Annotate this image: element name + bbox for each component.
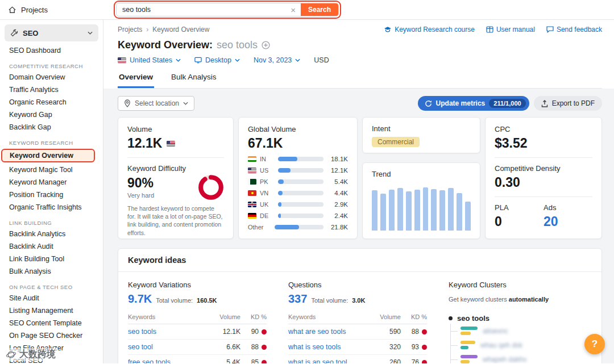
sidebar-item-organic-research[interactable]: Organic Research xyxy=(0,96,103,108)
trend-bar xyxy=(380,194,386,231)
trend-card: Trend xyxy=(362,162,480,239)
volume-card: Volume 12.1K Keyword Difficulty 90% Very… xyxy=(118,117,234,239)
select-location-dropdown[interactable]: Select location xyxy=(118,96,194,111)
watermark-text: 大数跨境 xyxy=(19,349,56,361)
cluster-item: whapeh dakhs xyxy=(451,352,592,363)
cluster-item: aitoexnc xyxy=(451,324,592,338)
cluster-bar xyxy=(460,355,478,358)
keyword-link[interactable]: seo tool xyxy=(128,343,211,351)
column-header-kd: KD % xyxy=(401,313,427,320)
keyword-volume: 5.4K xyxy=(211,358,240,363)
sidebar-item-keyword-gap[interactable]: Keyword Gap xyxy=(0,108,103,121)
chevron-down-icon xyxy=(88,31,93,35)
keyword-difficulty-label: Keyword Difficulty xyxy=(127,164,224,173)
sidebar-section-keyword-research: KEYWORD RESEARCH xyxy=(0,133,103,148)
sidebar-section-on-page-tech-seo: ON PAGE & TECH SEO xyxy=(0,278,103,292)
sidebar-item-organic-traffic-insights[interactable]: Organic Traffic Insights xyxy=(0,201,103,214)
clusters-subtitle-bold: automatically xyxy=(509,296,549,303)
link-keyword-research-course[interactable]: Keyword Research course xyxy=(384,26,475,34)
us-flag-icon xyxy=(248,168,256,173)
search-button[interactable]: Search xyxy=(301,3,338,16)
manual-book-icon xyxy=(486,26,493,33)
tab-overview[interactable]: Overview xyxy=(118,72,154,88)
sidebar-item-domain-overview[interactable]: Domain Overview xyxy=(0,71,103,83)
keyword-link[interactable]: free seo tools xyxy=(128,358,211,363)
sidebar-item-link-building-tool[interactable]: Link Building Tool xyxy=(0,253,103,265)
cluster-root[interactable]: seo tools xyxy=(449,314,592,323)
sidebar-item-backlink-gap[interactable]: Backlink Gap xyxy=(0,121,103,133)
intent-badge: Commercial xyxy=(372,137,420,147)
global-volume-row: IN18.1K xyxy=(248,156,348,162)
country-code: PK xyxy=(260,178,275,185)
country-volume-value: 18.1K xyxy=(327,156,348,162)
keyword-kd: 88 xyxy=(401,328,427,336)
sidebar-item-keyword-manager[interactable]: Keyword Manager xyxy=(0,176,103,189)
help-button[interactable]: ? xyxy=(584,334,605,354)
questions-count: 337 xyxy=(288,292,307,306)
table-header-row: KeywordsVolumeKD % xyxy=(288,313,427,324)
cluster-bars xyxy=(460,341,475,349)
keyword-kd: 85 xyxy=(240,358,267,363)
export-pdf-button[interactable]: Export to PDF xyxy=(534,96,602,111)
trend-bar xyxy=(423,187,429,231)
keyword-kd: 76 xyxy=(401,358,427,363)
sidebar-section-competitive-research: COMPETITIVE RESEARCH xyxy=(0,57,103,71)
sidebar-item-traffic-analytics[interactable]: Traffic Analytics xyxy=(0,83,103,96)
keyword-link[interactable]: what are seo tools xyxy=(288,328,371,336)
kd-number: 88 xyxy=(412,328,419,336)
trend-chart xyxy=(372,184,471,231)
keyword-link[interactable]: what is seo tools xyxy=(288,343,371,351)
device-filter[interactable]: Desktop xyxy=(194,56,240,64)
sidebar-item-bulk-analysis[interactable]: Bulk Analysis xyxy=(0,265,103,278)
main-header: Projects › Keyword Overview Keyword Rese… xyxy=(103,20,614,89)
keyword-volume: 260 xyxy=(371,358,401,363)
sidebar-item-on-page-seo-checker[interactable]: On Page SEO Checker xyxy=(0,329,103,342)
keyword-row: what is seo tools32093 xyxy=(288,340,427,355)
link-send-feedback[interactable]: Send feedback xyxy=(546,26,602,34)
trend-bar xyxy=(457,193,462,231)
link-user-manual[interactable]: User manual xyxy=(486,26,535,34)
ads-value: 20 xyxy=(544,214,592,229)
plus-circle-icon[interactable] xyxy=(262,41,270,49)
tab-bulk-analysis[interactable]: Bulk Analysis xyxy=(170,72,218,88)
sidebar-seo-header[interactable]: SEO xyxy=(5,24,98,41)
volume-bar-fill xyxy=(275,225,299,229)
projects-home[interactable]: Projects xyxy=(0,0,103,19)
sidebar-item-backlink-audit[interactable]: Backlink Audit xyxy=(0,240,103,253)
volume-bar-fill xyxy=(278,214,281,218)
kd-number: 93 xyxy=(412,343,419,351)
breadcrumb-home[interactable]: Projects xyxy=(118,26,142,34)
keyword-volume: 6.6K xyxy=(211,343,240,351)
intent-label: Intent xyxy=(372,124,471,133)
keyword-link[interactable]: seo tools xyxy=(128,328,211,336)
country-code: UK xyxy=(260,201,275,208)
country-filter[interactable]: United States xyxy=(118,56,181,64)
sidebar-item-backlink-analytics[interactable]: Backlink Analytics xyxy=(0,228,103,240)
sidebar-item-site-audit[interactable]: Site Audit xyxy=(0,292,103,304)
sidebar-item-keyword-overview[interactable]: Keyword Overview xyxy=(1,149,95,162)
country-volume-value: 12.1K xyxy=(327,167,348,174)
date-filter[interactable]: Nov 3, 2023 xyxy=(254,56,300,64)
content-area: Select location Update metrics 211/1,000… xyxy=(103,89,614,363)
search-input[interactable] xyxy=(117,6,285,14)
sidebar-item-keyword-magic-tool[interactable]: Keyword Magic Tool xyxy=(0,164,103,176)
cluster-keyword-blurred: whapeh dakhs xyxy=(483,355,526,363)
cpc-card: CPC $3.52 Competitive Density 0.30 PLA 0 xyxy=(485,117,602,239)
trend-bar xyxy=(431,189,437,231)
sidebar-section-link-building: LINK BUILDING xyxy=(0,214,103,228)
update-metrics-button[interactable]: Update metrics 211/1,000 xyxy=(418,96,529,111)
competitive-density-label: Competitive Density xyxy=(495,164,592,173)
sidebar-item-listing-management[interactable]: Listing Management xyxy=(0,304,103,317)
sidebar-item-seo-content-template[interactable]: SEO Content Template xyxy=(0,317,103,329)
sidebar-item-position-tracking[interactable]: Position Tracking xyxy=(0,189,103,201)
link-label: Send feedback xyxy=(557,26,602,34)
in-flag-icon xyxy=(248,156,256,162)
variations-total-value: 160.5K xyxy=(197,297,217,304)
intent-card: Intent Commercial xyxy=(362,117,480,153)
difficulty-description: The hardest keyword to compete for. It w… xyxy=(127,204,224,237)
cluster-bars xyxy=(460,327,478,335)
sidebar-item-seo-dashboard[interactable]: SEO Dashboard xyxy=(0,44,103,57)
keyword-row: seo tools12.1K90 xyxy=(128,324,267,340)
clear-search-icon[interactable]: × xyxy=(285,5,301,15)
keyword-link[interactable]: what is an seo tool xyxy=(288,358,371,363)
